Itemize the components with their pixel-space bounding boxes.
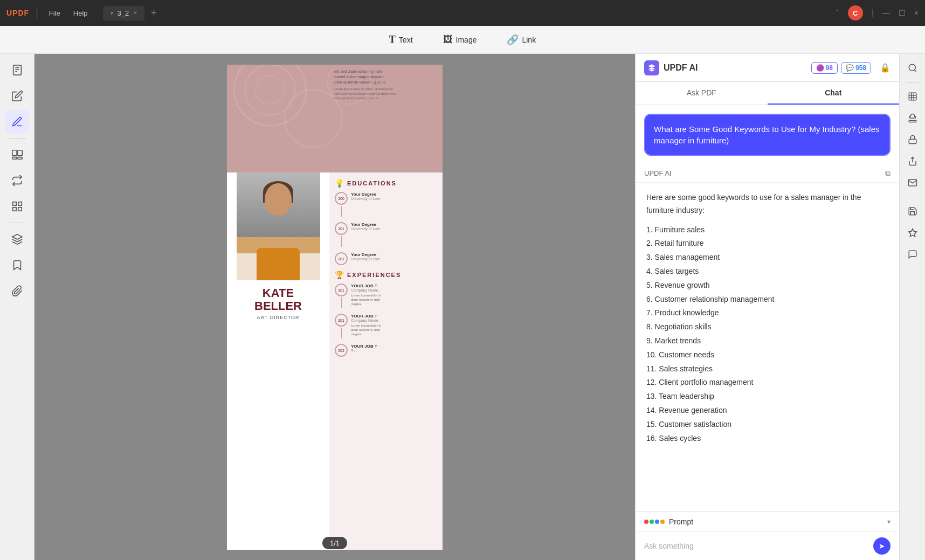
experience-title: EXPERIENCES — [347, 272, 401, 278]
prompt-chevron-icon: ▾ — [887, 518, 891, 526]
sidebar-icon-edit[interactable] — [5, 84, 29, 108]
prompt-selector[interactable]: Prompt ▾ — [636, 512, 899, 532]
keyword-13: 13. Team leadership — [646, 390, 888, 403]
tab-close-icon[interactable]: × — [133, 9, 137, 17]
sidebar-icon-pages[interactable] — [5, 143, 29, 167]
purple-credit-badge: 🟣 98 — [811, 62, 838, 74]
exp-dot-1: 201 — [335, 284, 348, 296]
exp-dot-3: 202 — [335, 344, 348, 357]
sidebar-icon-annotate[interactable] — [5, 110, 29, 134]
sidebar-divider-1 — [9, 138, 26, 139]
keyword-12: 12. Client portfolio management — [646, 376, 888, 389]
main-area: elit, sed diam nonummy nibhlaoreet dolor… — [0, 54, 925, 560]
sidebar-icon-organize[interactable] — [5, 195, 29, 218]
right-share-icon[interactable] — [903, 151, 922, 171]
exp-item-3: 202 YOUR JOB T Go... — [335, 344, 437, 357]
edu-dot-3: 201 — [335, 252, 348, 265]
text-icon: T — [389, 34, 396, 45]
dot-green — [650, 520, 654, 524]
minimize-button[interactable]: — — [882, 9, 890, 17]
sidebar-icon-attachment[interactable] — [5, 279, 29, 303]
edu-item-3: 201 Your Degree University of Lore — [335, 252, 437, 265]
svg-rect-6 — [12, 157, 16, 160]
dot-blue — [655, 520, 659, 524]
image-tool[interactable]: 🖼 Image — [437, 31, 484, 49]
resume-preview: elit, sed diam nonummy nibhlaoreet dolor… — [227, 65, 443, 550]
svg-rect-25 — [909, 121, 916, 122]
text-label: Text — [399, 36, 413, 44]
app-logo: UPDF — [6, 9, 29, 17]
right-divider-2 — [906, 197, 919, 197]
right-comment-icon[interactable] — [903, 245, 922, 264]
svg-point-18 — [909, 64, 915, 71]
window-controls: — ☐ × — [882, 9, 919, 17]
education-icon: 💡 — [335, 179, 344, 188]
link-tool[interactable]: 🔗 Link — [500, 31, 542, 49]
sidebar-icon-convert[interactable] — [5, 169, 29, 192]
image-icon: 🖼 — [443, 34, 453, 45]
experience-section-header: 🏆 EXPERIENCES — [335, 271, 437, 279]
ai-logo-text: UPDF AI — [664, 63, 698, 73]
dropdown-icon[interactable]: ˅ — [836, 9, 839, 17]
ai-credits: 🟣 98 💬 958 — [811, 62, 871, 74]
right-secure-icon[interactable] — [903, 130, 922, 149]
sidebar-divider-2 — [9, 223, 26, 223]
exp-line-2 — [341, 328, 342, 338]
response-intro: Here are some good keywords to use for a… — [646, 191, 888, 217]
close-button[interactable]: × — [914, 9, 919, 17]
file-menu[interactable]: File — [45, 7, 65, 19]
sidebar-icon-bookmark[interactable] — [5, 253, 29, 277]
ask-input[interactable] — [644, 542, 869, 550]
resume-body: KATE BELLER ART DIRECTOR 💡 EDUCATIONS 20… — [227, 172, 443, 550]
add-tab-button[interactable]: + — [147, 5, 161, 21]
keyword-8: 8. Negotiation skills — [646, 321, 888, 334]
keyword-1: 1. Furniture sales — [646, 224, 888, 237]
right-sidebar — [899, 54, 925, 560]
svg-point-14 — [245, 65, 295, 115]
dot-yellow — [660, 520, 665, 524]
ai-response-area[interactable]: Here are some good keywords to use for a… — [636, 183, 899, 511]
ai-panel: UPDF AI 🟣 98 💬 958 🔒 Ask PDF Chat What a… — [635, 54, 899, 560]
expand-icon[interactable]: ⧉ — [885, 169, 891, 178]
edu-text-1: Your Degree University of Lore — [351, 192, 380, 202]
tab-chat[interactable]: Chat — [768, 82, 900, 105]
lock-icon[interactable]: 🔒 — [880, 63, 891, 73]
education-title: EDUCATIONS — [347, 180, 397, 186]
resume-first-name: KATE — [254, 287, 302, 300]
pdf-area: elit, sed diam nonummy nibhlaoreet dolor… — [34, 54, 635, 560]
ai-logo-icon — [644, 60, 659, 75]
help-menu[interactable]: Help — [69, 7, 92, 19]
tab-ask-pdf[interactable]: Ask PDF — [636, 82, 768, 105]
right-mail-icon[interactable] — [903, 173, 922, 192]
keyword-3: 3. Sales management — [646, 251, 888, 264]
purple-credit-icon: 🟣 — [816, 64, 824, 72]
exp-item-1: 201 YOUR JOB T Company Name - Lorem ipsu… — [335, 284, 437, 308]
send-button[interactable]: ➤ — [873, 537, 891, 555]
sidebar-icon-layers[interactable] — [5, 227, 29, 251]
svg-point-13 — [234, 65, 306, 126]
text-tool[interactable]: T Text — [383, 31, 419, 49]
keyword-5: 5. Revenue growth — [646, 279, 888, 292]
blue-credit-icon: 💬 — [846, 64, 854, 72]
user-avatar[interactable]: C — [848, 5, 863, 20]
right-ai-icon[interactable] — [903, 223, 922, 243]
right-stamp-icon[interactable] — [903, 108, 922, 128]
svg-rect-26 — [909, 139, 916, 143]
prompt-icon — [644, 520, 665, 524]
right-search-icon[interactable] — [903, 58, 922, 78]
keyword-list: 1. Furniture sales 2. Retail furniture 3… — [646, 224, 888, 445]
right-ocr-icon[interactable] — [903, 87, 922, 106]
sidebar-icon-document[interactable] — [5, 58, 29, 82]
left-sidebar — [0, 54, 34, 560]
maximize-button[interactable]: ☐ — [899, 9, 906, 17]
ai-panel-header: UPDF AI 🟣 98 💬 958 🔒 — [636, 54, 899, 82]
right-save-icon[interactable] — [903, 202, 922, 221]
education-section-header: 💡 EDUCATIONS — [335, 179, 437, 188]
active-tab[interactable]: ▾ 3_2 × — [103, 6, 145, 20]
svg-rect-0 — [13, 65, 21, 75]
person-head — [265, 183, 292, 216]
blue-credit-badge: 💬 958 — [841, 62, 871, 74]
edu-text-3: Your Degree University of Lore — [351, 252, 380, 262]
keyword-16: 16. Sales cycles — [646, 432, 888, 445]
link-icon: 🔗 — [507, 34, 519, 46]
